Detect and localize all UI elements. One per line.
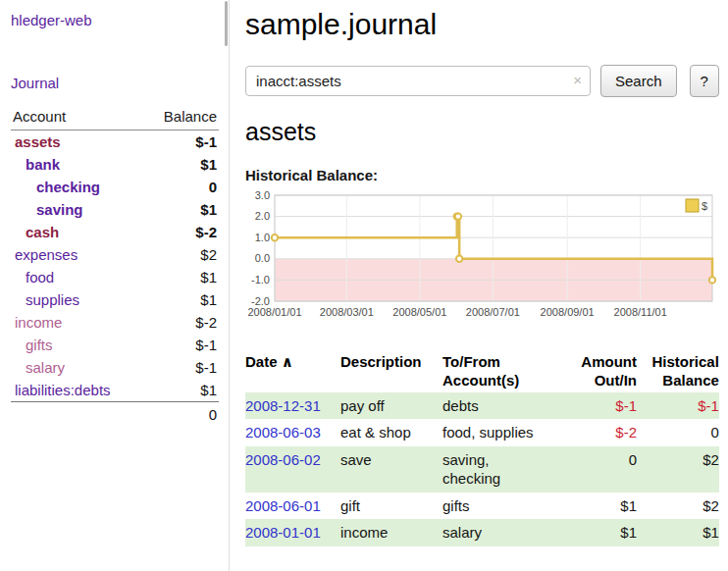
account-header-line2: Account(s)	[442, 372, 545, 390]
balance-header-line1: Historical	[637, 353, 719, 372]
account-name-cell: supplies	[11, 288, 144, 311]
account-row: checking0	[11, 176, 219, 198]
account-link[interactable]: assets	[15, 133, 61, 150]
account-row: bank$1	[11, 153, 219, 176]
account-link[interactable]: liabilities:debts	[15, 382, 111, 398]
account-header-line1: To/From	[442, 353, 545, 372]
svg-text:2008/07/01: 2008/07/01	[466, 306, 520, 318]
date-link[interactable]: 2008-01-01	[245, 524, 321, 541]
account-row: cash$-2	[11, 221, 219, 243]
register-table: Date ∧ Description To/From Account(s) Am…	[245, 351, 719, 546]
account-link[interactable]: supplies	[26, 291, 79, 308]
account-row: salary$-1	[11, 356, 219, 379]
svg-text:2.0: 2.0	[255, 210, 270, 222]
account-link[interactable]: bank	[26, 156, 60, 173]
account-link[interactable]: saving	[36, 201, 83, 218]
search-form: × Search ?	[245, 65, 719, 97]
register-accounts-cell: food, supplies	[442, 419, 552, 446]
register-description-cell: pay off	[340, 392, 442, 420]
account-link[interactable]: gifts	[26, 337, 53, 353]
account-balance: $1	[144, 288, 219, 311]
date-link[interactable]: 2008-06-01	[245, 497, 321, 514]
account-name-cell: checking	[11, 176, 144, 198]
svg-text:2008/09/01: 2008/09/01	[541, 306, 595, 318]
register-amount-cell: $-1	[552, 392, 637, 420]
app-title-link[interactable]: hledger-web	[11, 12, 219, 28]
page-title: sample.journal	[245, 8, 719, 41]
register-header-balance: Historical Balance	[637, 351, 719, 392]
svg-text:2008/01/01: 2008/01/01	[247, 306, 301, 318]
date-link[interactable]: 2008-06-03	[245, 424, 321, 441]
account-link[interactable]: cash	[26, 224, 59, 240]
account-row: liabilities:debts$1	[11, 379, 219, 402]
chart-canvas[interactable]: 3.02.01.00.0-1.0-2.02008/01/012008/03/01…	[245, 189, 716, 335]
svg-text:2008/11/01: 2008/11/01	[614, 306, 667, 318]
account-balance: $1	[144, 379, 219, 402]
account-link[interactable]: income	[15, 314, 62, 331]
account-link[interactable]: expenses	[15, 246, 78, 263]
journal-link[interactable]: Journal	[11, 75, 219, 91]
account-name-cell: saving	[11, 198, 144, 221]
register-header-row: Date ∧ Description To/From Account(s) Am…	[245, 351, 719, 392]
register-date-cell: 2008-06-01	[245, 493, 340, 520]
account-heading: assets	[245, 118, 719, 146]
account-name-cell: expenses	[11, 243, 144, 266]
account-row: assets$-1	[11, 130, 219, 154]
sort-ascending-icon: ∧	[282, 353, 293, 370]
account-balance: $-1	[144, 130, 219, 154]
register-accounts-cell: salary	[442, 519, 552, 546]
help-button[interactable]: ?	[690, 65, 719, 97]
account-name-cell: salary	[11, 356, 144, 379]
date-header-label: Date	[245, 353, 278, 370]
accounts-total-balance: 0	[144, 402, 219, 427]
historical-balance-chart[interactable]: 3.02.01.00.0-1.0-2.02008/01/012008/03/01…	[245, 189, 719, 337]
sidebar-scrollbar-thumb[interactable]	[225, 1, 228, 46]
accounts-header-balance: Balance	[144, 106, 219, 130]
main-content: sample.journal × Search ? assets Histori…	[230, 0, 728, 571]
account-row: gifts$-1	[11, 334, 219, 356]
register-amount-cell: $1	[552, 493, 637, 520]
search-field-wrapper: ×	[245, 66, 591, 96]
account-balance: $2	[144, 243, 219, 266]
svg-text:1.0: 1.0	[255, 232, 270, 243]
search-button[interactable]: Search	[600, 65, 677, 97]
amount-header-line2: Out/In	[552, 372, 637, 390]
date-link[interactable]: 2008-12-31	[245, 397, 321, 414]
register-amount-cell: $-2	[552, 419, 637, 446]
register-row[interactable]: 2008-06-03eat & shopfood, supplies$-20	[245, 419, 719, 446]
register-row[interactable]: 2008-12-31pay offdebts$-1$-1	[245, 392, 719, 420]
account-link[interactable]: food	[26, 269, 54, 286]
search-input[interactable]	[245, 66, 591, 96]
account-balance: $-1	[144, 356, 219, 379]
register-date-cell: 2008-06-02	[245, 446, 340, 493]
accounts-total-spacer	[11, 402, 144, 427]
date-link[interactable]: 2008-06-02	[245, 451, 321, 468]
hledger-web-app: hledger-web Journal Account Balance asse…	[0, 0, 728, 571]
account-row: food$1	[11, 266, 219, 288]
register-header-account: To/From Account(s)	[442, 351, 552, 392]
register-description-cell: gift	[340, 493, 442, 520]
accounts-header-row: Account Balance	[11, 106, 219, 130]
account-link[interactable]: salary	[26, 359, 65, 376]
account-link[interactable]: checking	[36, 179, 100, 195]
clear-search-icon[interactable]: ×	[573, 73, 582, 87]
account-name-cell: income	[11, 311, 144, 334]
register-row[interactable]: 2008-06-02savesaving, checking0$2	[245, 446, 719, 493]
register-accounts-cell: debts	[442, 392, 552, 420]
account-name-cell: cash	[11, 221, 144, 243]
svg-text:2008/03/01: 2008/03/01	[320, 306, 374, 318]
register-row[interactable]: 2008-01-01incomesalary$1$1	[245, 519, 719, 546]
account-balance: 0	[144, 176, 219, 198]
register-balance-cell: 0	[637, 419, 719, 446]
account-balance: $1	[144, 198, 219, 221]
register-header-amount: Amount Out/In	[552, 351, 637, 392]
register-header-date[interactable]: Date ∧	[245, 351, 340, 392]
register-header-description: Description	[340, 351, 442, 392]
svg-text:3.0: 3.0	[255, 189, 270, 201]
account-balance: $-1	[144, 334, 219, 356]
register-row[interactable]: 2008-06-01giftgifts$1$2	[245, 493, 719, 520]
register-balance-cell: $-1	[637, 392, 719, 420]
account-balance: $-2	[144, 221, 219, 243]
register-date-cell: 2008-01-01	[245, 519, 340, 546]
svg-text:$: $	[702, 200, 707, 212]
